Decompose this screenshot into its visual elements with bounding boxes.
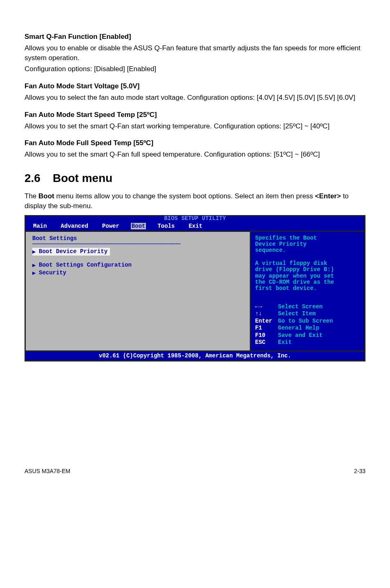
bios-item-label: Boot Settings Configuration [39, 262, 132, 268]
key-label: Exit [278, 339, 292, 346]
body-start-temp: Allows you to set the smart Q-Fan start … [25, 121, 365, 131]
key-f10: F10 [255, 332, 278, 339]
bios-hint-line: sequence. [255, 247, 360, 254]
key-label: General Help [278, 325, 319, 332]
bios-left-pane: Boot Settings ──────────────────────────… [26, 232, 250, 350]
bios-hint-block-line: A virtual floppy disk [255, 260, 360, 267]
tab-power[interactable]: Power [100, 223, 122, 229]
tab-advanced[interactable]: Advanced [58, 223, 91, 229]
key-label: Select Screen [278, 303, 323, 311]
key-f1: F1 [255, 325, 278, 332]
tab-main[interactable]: Main [31, 223, 49, 229]
bios-hint-block-line: first boot device. [255, 285, 360, 292]
footer-left: ASUS M3A78-EM [25, 468, 70, 474]
tab-boot[interactable]: Boot [131, 223, 146, 229]
tab-tools[interactable]: Tools [155, 223, 177, 229]
triangle-icon: ▶ [32, 269, 39, 276]
bios-key-help: ←→ Select Screen ↑↓ Select Item Enter Go… [255, 303, 360, 346]
body-smart-qfan-2: Configuration options: [Disabled] [Enabl… [25, 64, 365, 74]
bios-item-label: Boot Device Priority [39, 248, 108, 255]
bios-footer: v02.61 (C)Copyright 1985-2008, American … [26, 350, 364, 360]
key-label: Go to Sub Screen [278, 318, 333, 325]
bios-hint-line: Device Priority [255, 241, 360, 247]
tab-exit[interactable]: Exit [186, 223, 205, 229]
bios-hint-line: Specifies the Boot [255, 235, 360, 241]
chapter-heading: 2.6Boot menu [25, 172, 365, 185]
bios-hint-block-line: may appear when you set [255, 273, 360, 279]
arrow-up-down-icon: ↑↓ [255, 310, 278, 318]
key-label: Save and Exit [278, 332, 323, 339]
chapter-number: 2.6 [25, 172, 40, 185]
body-full-temp: Allows you to set the smart Q-Fan full s… [25, 150, 365, 159]
bios-item-security[interactable]: ▶ Security [32, 269, 243, 277]
chapter-title: Boot menu [53, 172, 112, 184]
key-label: Select Item [278, 310, 316, 318]
bios-divider: ────────────────────────────────────────… [32, 242, 243, 245]
heading-start-voltage: Fan Auto Mode Start Voltage [5.0V] [25, 81, 365, 91]
bios-menubar: Main Advanced Power Boot Tools Exit [26, 222, 364, 231]
bios-item-boot-device-priority[interactable]: ▶ Boot Device Priority [32, 248, 110, 256]
bios-right-pane: Specifies the Boot Device Priority seque… [250, 232, 364, 350]
body-smart-qfan-1: Allows you to enable or disable the ASUS… [25, 43, 365, 63]
heading-smart-qfan: Smart Q-Fan Function [Enabled] [25, 32, 365, 42]
key-enter: Enter [255, 318, 278, 325]
bios-item-boot-settings-config[interactable]: ▶ Boot Settings Configuration [32, 261, 243, 269]
bios-title: BIOS SETUP UTILITY [26, 215, 364, 221]
arrow-left-right-icon: ←→ [255, 303, 278, 311]
triangle-icon: ▶ [32, 248, 39, 255]
key-esc: ESC [255, 339, 278, 346]
bios-window: BIOS SETUP UTILITY Main Advanced Power B… [25, 215, 365, 361]
chapter-intro: The Boot menu items allow you to change … [25, 191, 365, 211]
triangle-icon: ▶ [32, 262, 39, 269]
body-start-voltage: Allows you to select the fan auto mode s… [25, 93, 365, 103]
bios-left-heading: Boot Settings [32, 235, 243, 242]
footer-right: 2-33 [354, 468, 365, 474]
bios-item-label: Security [39, 269, 66, 276]
heading-full-temp: Fan Auto Mode Full Speed Temp [55ºC] [25, 138, 365, 148]
bios-hint-block-line: drive (Floppy Drive B:) [255, 267, 360, 273]
page-footer: ASUS M3A78-EM 2-33 [25, 468, 365, 474]
bios-hint-block-line: the CD-ROM drive as the [255, 279, 360, 285]
heading-start-temp: Fan Auto Mode Start Speed Temp [25ºC] [25, 110, 365, 120]
